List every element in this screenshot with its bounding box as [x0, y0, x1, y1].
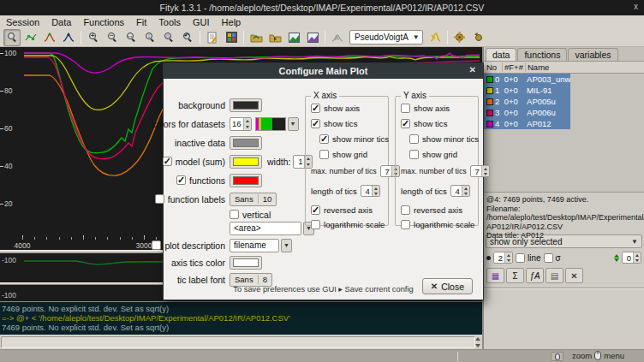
x-show-tics-checkbox[interactable] [311, 119, 320, 128]
vertical-label: vertical [242, 210, 271, 220]
tab-variables[interactable]: variables [568, 48, 617, 61]
menu-tools[interactable]: Tools [152, 17, 187, 27]
sidebar-buttons: ▦ Σ ƒA ▤ ✕ [484, 265, 644, 284]
function-label-font-button[interactable]: Sans10 [230, 193, 277, 206]
dataset-table: No #F+# Name 00+0AP003_unwa... 10+0MIL-9… [484, 61, 644, 192]
x-show-axis-checkbox[interactable] [311, 104, 320, 113]
peak-type-select[interactable]: PseudoVoigtA▼ [349, 30, 423, 45]
function-labels-label: function labels [168, 194, 225, 205]
function-label-format-select[interactable]: <area> [230, 222, 301, 235]
table-row[interactable]: 40+0AP012 [484, 118, 570, 129]
mouse-hint-button[interactable] [551, 352, 564, 361]
chevron-down-icon[interactable]: ▼ [288, 117, 299, 131]
shift-stepper[interactable]: 0 [622, 252, 641, 264]
command-input[interactable] [1, 336, 475, 348]
menu-gui[interactable]: GUI [187, 17, 216, 27]
window-close-button[interactable]: x [634, 2, 638, 11]
background-color-button[interactable] [230, 98, 262, 112]
dialog-title-bar[interactable]: Configure Main Plot ✕ [164, 63, 483, 79]
drag-peak-mode-icon[interactable] [60, 29, 77, 46]
chevron-down-icon[interactable]: ▼ [281, 239, 292, 252]
menu-functions[interactable]: Functions [77, 17, 130, 27]
function-labels-checkbox[interactable] [155, 194, 164, 204]
sidebar-divider [484, 288, 644, 289]
line-checkbox[interactable] [516, 253, 525, 263]
y-max-tics-stepper[interactable]: 7 [470, 165, 490, 177]
zoom-horizontal-icon[interactable]: ↔ [122, 29, 140, 46]
dataset-colors-button[interactable]: ▦ [486, 268, 504, 283]
menu-help[interactable]: Help [216, 17, 247, 27]
x-show-grid-checkbox[interactable] [319, 150, 329, 159]
dataset-color-swatch [486, 87, 493, 94]
point-size-stepper[interactable]: 2 [493, 252, 513, 264]
plot-description-checkbox[interactable] [152, 240, 161, 250]
plot-description-select[interactable]: filename [230, 239, 279, 252]
line-label: line [528, 253, 541, 263]
x-tic-length-stepper[interactable]: 4 [361, 185, 380, 197]
show-filter-select[interactable]: show only selected▼ [486, 234, 642, 248]
dialog-title: Configure Main Plot [279, 66, 368, 76]
functions-checkbox[interactable] [176, 175, 186, 185]
y-tic-length-stepper[interactable]: 4 [450, 185, 470, 197]
y-show-minor-tics-checkbox[interactable] [409, 134, 419, 144]
menu-session[interactable]: Session [0, 17, 45, 27]
table-row[interactable]: 20+0AP005u [484, 96, 570, 107]
dataset-colors-count-stepper[interactable]: 16 [230, 117, 252, 131]
add-function-icon[interactable] [426, 29, 444, 46]
table-row[interactable]: 30+0AP006u [484, 107, 570, 118]
edit-script-icon[interactable] [204, 29, 221, 46]
zoom-in-icon[interactable]: + [85, 29, 102, 46]
y-axis-group-title: Y axis [401, 91, 429, 100]
history-spinner[interactable] [475, 336, 482, 348]
vertical-checkbox[interactable] [230, 210, 239, 219]
zoom-out-icon[interactable]: − [104, 29, 121, 46]
zoom-previous-icon[interactable]: ↶ [179, 29, 196, 46]
data-range-mode-icon[interactable] [22, 29, 39, 46]
menu-fit[interactable]: Fit [130, 17, 152, 27]
close-button[interactable]: ✕Close [422, 278, 473, 294]
edit-formula-button[interactable]: ▤ [546, 268, 564, 283]
fityk-window: Fityk 1.3.1 - /home/aleplo/test/Desktop/… [0, 0, 644, 362]
add-peak-mode-icon[interactable] [41, 29, 58, 46]
dataset-colors-preview[interactable] [255, 117, 286, 131]
inactive-data-color-button[interactable] [230, 136, 262, 150]
sigma-checkbox[interactable] [544, 253, 553, 263]
tab-data[interactable]: data [486, 48, 516, 61]
dialog-close-icon[interactable]: ✕ [469, 65, 476, 74]
auto-add-icon[interactable]: A [329, 29, 346, 46]
export-image-icon[interactable] [304, 29, 321, 46]
zoom-mode-icon[interactable] [3, 29, 21, 46]
run-fit-icon[interactable] [451, 29, 468, 46]
y-show-tics-checkbox[interactable] [401, 119, 410, 128]
zoom-all-icon[interactable]: ⌂ [160, 29, 177, 46]
background-label: background [164, 100, 225, 110]
x-log-scale-checkbox[interactable] [311, 220, 320, 229]
window-title: Fityk 1.3.1 - /home/aleplo/test/Desktop/… [160, 3, 485, 13]
y-reversed-axis-checkbox[interactable] [401, 205, 410, 215]
delete-dataset-button[interactable]: ✕ [565, 268, 583, 283]
table-row[interactable]: 10+0MIL-91 [484, 85, 570, 96]
model-sum-checkbox[interactable] [163, 157, 172, 166]
y-log-scale-checkbox[interactable] [401, 220, 410, 229]
save-image-icon[interactable] [285, 29, 302, 46]
functions-color-button[interactable] [230, 174, 262, 187]
tab-functions[interactable]: functions [517, 48, 567, 61]
x-reversed-axis-checkbox[interactable] [311, 205, 320, 215]
y-show-grid-checkbox[interactable] [409, 150, 419, 159]
undo-fit-icon[interactable] [470, 29, 487, 46]
session-log-icon[interactable] [223, 29, 240, 46]
edit-function-button[interactable]: ƒA [526, 268, 544, 283]
y-tick-label: 80 [0, 86, 12, 95]
sum-datasets-button[interactable]: Σ [506, 268, 524, 283]
y-show-axis-checkbox[interactable] [401, 104, 410, 113]
axis-tics-color-button[interactable] [230, 256, 262, 270]
model-color-button[interactable] [230, 155, 262, 169]
status-bar: zoom menu [0, 349, 644, 362]
column-functions: #F+# [503, 62, 526, 72]
x-show-minor-tics-checkbox[interactable] [319, 134, 329, 144]
open-data-icon[interactable] [247, 29, 265, 46]
zoom-vertical-icon[interactable]: ↕ [141, 29, 158, 46]
menu-data[interactable]: Data [45, 17, 77, 27]
execute-script-icon[interactable] [266, 29, 283, 46]
table-row[interactable]: 00+0AP003_unwa... [484, 74, 570, 85]
